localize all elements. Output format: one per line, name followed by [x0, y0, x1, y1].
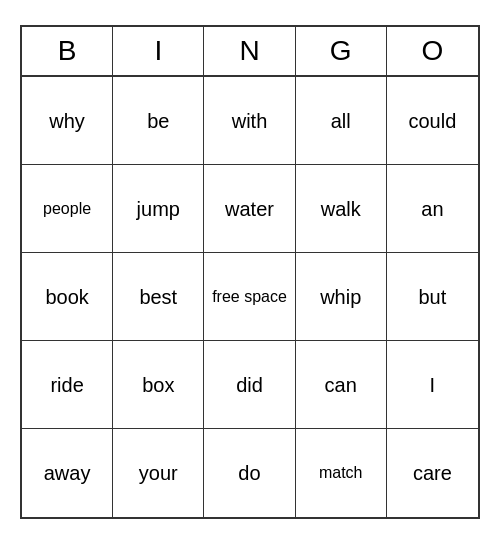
bingo-grid: whybewithallcouldpeoplejumpwaterwalkanbo… [22, 77, 478, 517]
bingo-header: BINGO [22, 27, 478, 77]
bingo-cell[interactable]: why [22, 77, 113, 165]
bingo-cell[interactable]: be [113, 77, 204, 165]
header-letter: B [22, 27, 113, 75]
bingo-cell[interactable]: all [296, 77, 387, 165]
bingo-cell[interactable]: I [387, 341, 478, 429]
bingo-cell[interactable]: walk [296, 165, 387, 253]
header-letter: I [113, 27, 204, 75]
bingo-cell[interactable]: box [113, 341, 204, 429]
bingo-cell[interactable]: best [113, 253, 204, 341]
bingo-cell[interactable]: whip [296, 253, 387, 341]
header-letter: N [204, 27, 295, 75]
bingo-cell[interactable]: ride [22, 341, 113, 429]
bingo-cell[interactable]: jump [113, 165, 204, 253]
bingo-cell[interactable]: with [204, 77, 295, 165]
bingo-cell[interactable]: but [387, 253, 478, 341]
header-letter: O [387, 27, 478, 75]
bingo-cell[interactable]: care [387, 429, 478, 517]
bingo-cell[interactable]: your [113, 429, 204, 517]
bingo-cell[interactable]: an [387, 165, 478, 253]
bingo-cell[interactable]: book [22, 253, 113, 341]
bingo-cell[interactable]: water [204, 165, 295, 253]
bingo-cell[interactable]: people [22, 165, 113, 253]
free-space-cell[interactable]: free space [204, 253, 295, 341]
bingo-cell[interactable]: can [296, 341, 387, 429]
bingo-card: BINGO whybewithallcouldpeoplejumpwaterwa… [20, 25, 480, 519]
header-letter: G [296, 27, 387, 75]
bingo-cell[interactable]: away [22, 429, 113, 517]
bingo-cell[interactable]: did [204, 341, 295, 429]
bingo-cell[interactable]: could [387, 77, 478, 165]
bingo-cell[interactable]: do [204, 429, 295, 517]
bingo-cell[interactable]: match [296, 429, 387, 517]
